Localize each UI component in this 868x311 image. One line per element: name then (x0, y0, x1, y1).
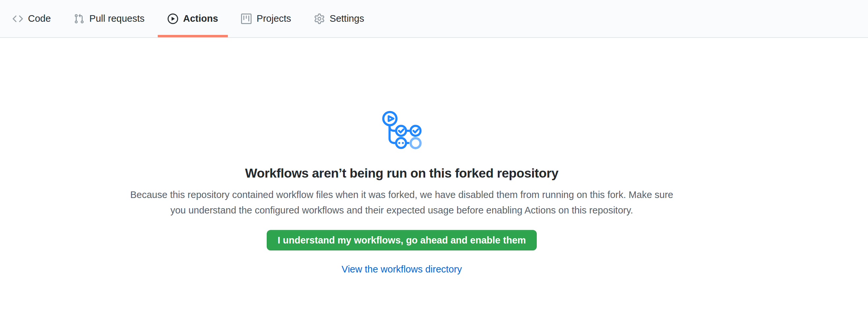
workflow-graph-icon (128, 110, 675, 151)
view-workflows-directory-link[interactable]: View the workflows directory (341, 264, 462, 274)
link-row: View the workflows directory (128, 264, 675, 275)
blankslate: Workflows aren’t being run on this forke… (128, 38, 675, 275)
workflows-disabled-description: Because this repository contained workfl… (128, 187, 675, 218)
tab-code-label: Code (28, 14, 51, 23)
tab-projects[interactable]: Projects (231, 0, 301, 37)
tab-settings[interactable]: Settings (304, 0, 374, 37)
enable-workflows-button[interactable]: I understand my workflows, go ahead and … (267, 230, 537, 250)
project-icon (241, 13, 252, 24)
tab-pull-requests-label: Pull requests (89, 14, 145, 23)
play-icon (167, 13, 178, 24)
gear-icon (314, 13, 325, 24)
tab-projects-label: Projects (256, 14, 291, 23)
page-title: Workflows aren’t being run on this forke… (128, 165, 675, 182)
tab-code[interactable]: Code (3, 0, 61, 37)
actions-disabled-page: Workflows aren’t being run on this forke… (0, 38, 868, 275)
code-icon (12, 13, 23, 24)
git-pull-request-icon (74, 13, 84, 24)
tab-pull-requests[interactable]: Pull requests (64, 0, 154, 37)
tab-settings-label: Settings (330, 14, 364, 23)
repo-tab-nav: Code Pull requests Actions Projects Sett… (0, 0, 868, 38)
tab-actions-label: Actions (183, 14, 218, 23)
tab-actions[interactable]: Actions (158, 0, 228, 37)
